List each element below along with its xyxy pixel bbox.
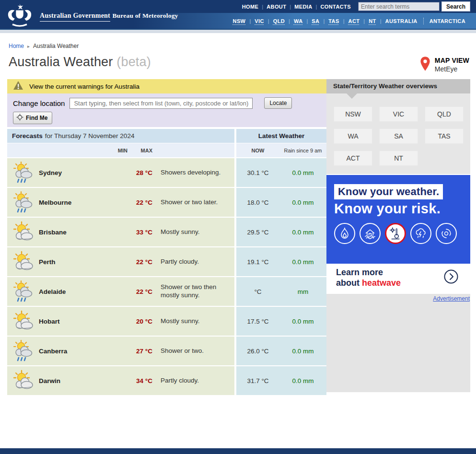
separator: | [380, 18, 382, 24]
location-search-input[interactable] [70, 98, 253, 109]
find-me-button[interactable]: Find Me [13, 112, 52, 124]
top-nav-home[interactable]: HOME [242, 4, 259, 10]
state-button-sa[interactable]: SA [379, 128, 418, 144]
flood-icon[interactable] [360, 223, 381, 244]
now-temperature: 17.5 °C [236, 318, 279, 325]
region-nav-wa[interactable]: WA [294, 18, 303, 24]
region-nav-qld[interactable]: QLD [273, 18, 285, 24]
now-temperature: 18.0 °C [236, 199, 279, 206]
showers-icon [12, 339, 35, 362]
forecast-description: Showers developing. [161, 169, 233, 177]
top-nav-contacts[interactable]: CONTACTS [320, 4, 351, 10]
separator: | [268, 18, 269, 24]
region-nav-tas[interactable]: TAS [328, 18, 339, 24]
top-nav: HOME|ABOUT|MEDIA|CONTACTS [239, 4, 354, 10]
partly-cloudy-icon [12, 369, 35, 392]
region-nav-nt[interactable]: NT [369, 18, 376, 24]
storm-icon[interactable] [410, 223, 431, 244]
max-temp: 33 °C [128, 229, 152, 236]
state-button-act[interactable]: ACT [334, 151, 372, 166]
advertisement-link[interactable]: Advertisement [433, 295, 470, 302]
now-temperature: °C [236, 288, 279, 295]
forecast-row-sydney: Sydney28 °CShowers developing.30.1 °C0.0… [7, 158, 326, 187]
breadcrumb-current: Australia Weather [33, 43, 79, 49]
state-button-qld[interactable]: QLD [425, 106, 464, 122]
state-button-vic[interactable]: VIC [379, 106, 418, 122]
search-button[interactable]: Search [441, 1, 470, 12]
beta-tag: (beta) [116, 55, 151, 69]
bureau-label: Bureau of Meteorology [112, 12, 178, 19]
showers-icon [12, 191, 35, 214]
city-link-darwin[interactable]: Darwin [39, 377, 96, 384]
now-temperature: 30.1 °C [236, 169, 279, 176]
max-temp: 22 °C [128, 288, 152, 295]
forecast-table: Forecasts for Thursday 7 November 2024 L… [7, 129, 326, 395]
change-location-label: Change location [13, 99, 65, 107]
arrow-circle-icon[interactable] [443, 269, 459, 286]
state-button-nt[interactable]: NT [379, 151, 418, 166]
city-link-perth[interactable]: Perth [39, 258, 96, 266]
learn-more-banner[interactable]: Learn more about heatwave [326, 264, 470, 291]
warnings-banner[interactable]: View the current warnings for Australia [7, 79, 326, 93]
rain-since-9am: 0.0 mm [279, 348, 326, 355]
cyclone-icon[interactable] [436, 223, 457, 244]
know-your-weather-ad[interactable]: Know your weather. Know your risk. [326, 175, 470, 264]
breadcrumb-home-link[interactable]: Home [9, 43, 24, 49]
region-nav-sa[interactable]: SA [312, 18, 319, 24]
now-temperature: 31.7 °C [236, 377, 279, 384]
meteye-label: MetEye [435, 65, 469, 73]
advertisement-block: Advertisement [326, 294, 470, 392]
min-column-header: MIN [7, 148, 128, 153]
breadcrumb-arrow-icon: ▸ [27, 44, 30, 49]
rain-since-9am: 0.0 mm [279, 258, 326, 266]
separator: | [262, 4, 263, 10]
state-button-nsw[interactable]: NSW [334, 106, 372, 122]
now-temperature: 29.5 °C [236, 229, 279, 236]
city-link-brisbane[interactable]: Brisbane [39, 229, 96, 236]
forecast-description: Partly cloudy. [161, 377, 233, 385]
state-button-wa[interactable]: WA [334, 128, 372, 144]
rain-since-9am: 0.0 mm [279, 318, 326, 325]
top-nav-media[interactable]: MEDIA [294, 4, 312, 10]
partly-cloudy-icon [12, 221, 35, 244]
state-button-tas[interactable]: TAS [425, 128, 464, 144]
top-nav-about[interactable]: ABOUT [267, 4, 286, 10]
separator: | [289, 18, 290, 24]
page-title: Australia Weather (beta) [9, 55, 151, 70]
city-link-adelaide[interactable]: Adelaide [39, 288, 96, 295]
bom-logo[interactable]: Australian Government Bureau of Meteorol… [5, 3, 178, 27]
gov-label: Australian Government [40, 12, 110, 22]
breadcrumb: Home▸Australia Weather [9, 43, 476, 49]
region-nav-australia[interactable]: AUSTRALIA [385, 18, 418, 24]
footer-bar [0, 448, 476, 454]
city-link-hobart[interactable]: Hobart [39, 318, 96, 325]
map-view-link[interactable]: MAP VIEW MetEye [420, 56, 469, 73]
warning-triangle-icon [13, 81, 23, 92]
forecast-row-darwin: Darwin34 °CPartly cloudy.31.7 °C0.0 mm [7, 366, 326, 395]
region-nav-antarctica[interactable]: ANTARCTICA [430, 18, 465, 24]
change-location-panel: Change location Locate Find Me [7, 93, 326, 127]
forecast-description: Mostly sunny. [161, 228, 233, 236]
fire-icon[interactable] [334, 223, 355, 244]
forecast-row-adelaide: Adelaide22 °CShower or two then mostly s… [7, 277, 326, 306]
map-pin-icon [420, 56, 430, 73]
region-nav-vic[interactable]: VIC [255, 18, 264, 24]
locate-button[interactable]: Locate [264, 97, 292, 109]
forecast-row-canberra: Canberra27 °CShower or two.26.0 °C0.0 mm [7, 337, 326, 365]
city-link-canberra[interactable]: Canberra [39, 348, 96, 355]
sidebar: State/Territory Weather overviews NSWVIC… [326, 79, 470, 392]
region-nav-act[interactable]: ACT [348, 18, 360, 24]
city-link-sydney[interactable]: Sydney [39, 169, 96, 176]
forecast-row-perth: Perth22 °CPartly cloudy.19.1 °C0.0 mm [7, 247, 326, 276]
rain-column-header: Rain since 9 am [279, 148, 326, 153]
region-nav-nsw[interactable]: NSW [233, 18, 246, 24]
separator: | [249, 18, 251, 24]
search-input[interactable] [358, 2, 440, 11]
heatwave-icon[interactable] [385, 223, 406, 244]
forecast-row-melbourne: Melbourne22 °CShower or two later.18.0 °… [7, 188, 326, 217]
separator: | [323, 18, 325, 24]
max-temp: 20 °C [128, 318, 152, 325]
now-column-header: NOW [236, 148, 279, 153]
city-link-melbourne[interactable]: Melbourne [39, 199, 96, 206]
separator: | [363, 18, 365, 24]
